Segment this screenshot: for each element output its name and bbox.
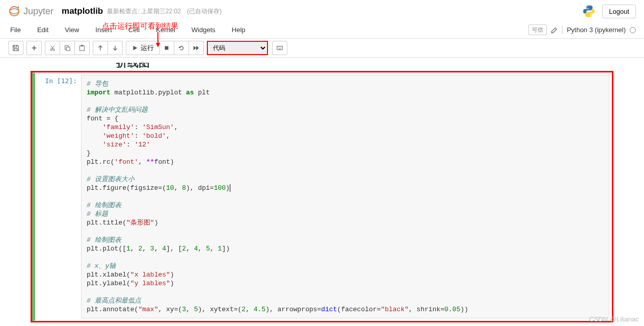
arrow-down-icon <box>112 44 119 52</box>
run-button[interactable]: 运行 <box>126 41 159 55</box>
save-button[interactable] <box>8 41 23 55</box>
command-palette-button[interactable] <box>272 41 287 55</box>
svg-point-1 <box>18 7 19 8</box>
svg-marker-14 <box>194 46 196 51</box>
annotation-arrow-icon <box>155 30 171 50</box>
svg-marker-15 <box>196 46 199 51</box>
svg-rect-16 <box>277 46 283 50</box>
play-icon <box>131 44 139 52</box>
arrow-up-icon <box>97 44 104 52</box>
cut-icon <box>49 44 56 52</box>
svg-point-3 <box>591 15 592 16</box>
copy-icon <box>64 44 71 52</box>
fast-forward-icon <box>193 44 200 52</box>
kernel-status-icon <box>630 27 636 33</box>
cell-prompt: In [12]: <box>35 73 81 320</box>
trusted-badge[interactable]: 可信 <box>528 24 547 35</box>
edit-icon[interactable] <box>551 27 558 34</box>
jupyter-icon <box>8 5 20 17</box>
heading-partial: 折线图 <box>116 63 613 68</box>
restart-run-all-button[interactable] <box>189 41 204 55</box>
svg-rect-9 <box>66 47 70 51</box>
paste-icon <box>78 44 86 52</box>
code-cell[interactable]: In [12]: # 导包 import matplotlib.pyplot a… <box>32 72 612 321</box>
autosave-status: (已自动保存) <box>187 7 222 16</box>
jupyter-text: Jupyter <box>23 6 53 17</box>
menu-help[interactable]: Help <box>230 25 248 35</box>
menu-view[interactable]: View <box>63 25 81 35</box>
watermark: CSDN @Lilianac <box>589 315 639 323</box>
save-icon <box>12 44 19 52</box>
svg-marker-12 <box>133 46 138 51</box>
paste-button[interactable] <box>75 41 90 55</box>
checkpoint-status: 最新检查点: 上星期三22:02 <box>107 7 181 16</box>
svg-point-0 <box>10 7 19 16</box>
svg-marker-5 <box>156 43 160 47</box>
header: Jupyter matplotlib 最新检查点: 上星期三22:02 (已自动… <box>0 0 644 21</box>
code-editor[interactable]: # 导包 import matplotlib.pyplot as plt # 解… <box>81 75 609 318</box>
plus-icon <box>31 44 38 52</box>
svg-point-2 <box>587 7 588 8</box>
menu-widgets[interactable]: Widgets <box>190 25 218 35</box>
cell-type-select[interactable]: 代码 <box>207 41 268 55</box>
cut-button[interactable] <box>45 41 60 55</box>
menu-edit[interactable]: Edit <box>35 25 50 35</box>
kernel-name[interactable]: Python 3 (ipykernel) <box>562 26 626 34</box>
jupyter-logo[interactable]: Jupyter <box>8 5 53 17</box>
restart-icon <box>178 44 185 52</box>
add-cell-button[interactable] <box>26 41 42 55</box>
menu-file[interactable]: File <box>8 25 23 35</box>
keyboard-icon <box>276 44 283 52</box>
copy-button[interactable] <box>60 41 75 55</box>
toolbar: 运行 代码 <box>0 39 644 58</box>
python-icon <box>582 4 596 18</box>
move-up-button[interactable] <box>93 41 108 55</box>
run-label: 运行 <box>141 43 154 53</box>
notebook-area: 折线图 In [12]: # 导包 import matplotlib.pypl… <box>0 58 644 322</box>
notebook-name[interactable]: matplotlib <box>62 6 103 16</box>
svg-rect-10 <box>80 46 85 51</box>
move-down-button[interactable] <box>108 41 123 55</box>
restart-button[interactable] <box>174 41 189 55</box>
logout-button[interactable]: Logout <box>602 5 636 18</box>
menubar: File Edit View Insert Cell Kernel Widget… <box>0 21 644 39</box>
